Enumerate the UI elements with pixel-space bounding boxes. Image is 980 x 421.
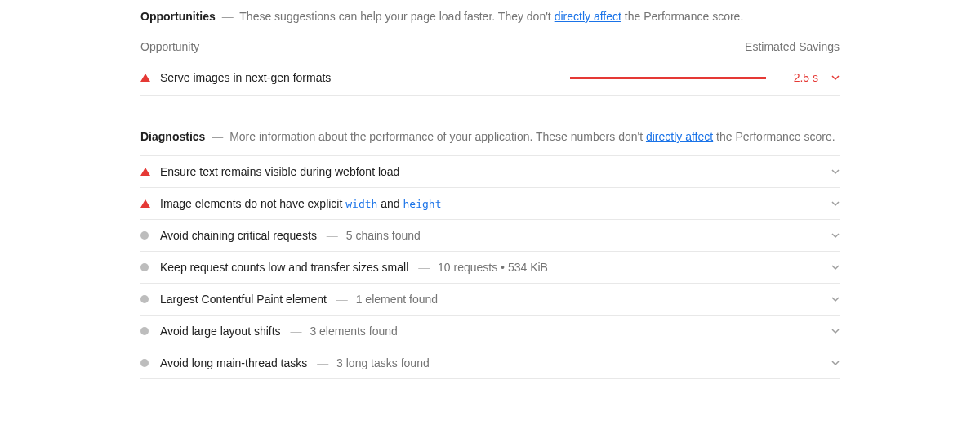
triangle-red-icon [140,168,150,176]
dash-separator: — [212,130,223,143]
dash-separator: — [327,229,338,242]
opportunities-directly-affect-link[interactable]: directly affect [555,10,621,23]
savings-bar [570,77,766,79]
chevron-down-icon [831,74,840,82]
diagnostics-title: Diagnostics [140,130,205,143]
opportunities-header: Opportunities — These suggestions can he… [140,8,840,25]
col-header-opportunity: Opportunity [140,40,199,53]
opportunities-desc-pre: These suggestions can help your page loa… [239,10,554,23]
savings-bar-wrap [570,77,766,79]
dash-separator: — [291,325,302,338]
code-width: width [345,198,377,210]
diagnostics-directly-affect-link[interactable]: directly affect [646,130,713,143]
diagnostic-title: Keep request counts low and transfer siz… [160,261,408,274]
diagnostic-row[interactable]: Avoid large layout shifts — 3 elements f… [140,316,840,347]
triangle-red-icon [140,199,150,208]
chevron-down-icon [831,327,840,335]
code-height: height [403,198,442,210]
diagnostic-row[interactable]: Avoid chaining critical requests — 5 cha… [140,220,840,252]
diagnostic-title: Largest Contentful Paint element [160,293,327,306]
opportunities-column-headers: Opportunity Estimated Savings [140,35,840,60]
diagnostics-desc-pre: More information about the performance o… [229,130,646,143]
chevron-down-icon [831,168,840,176]
diagnostic-title: Avoid large layout shifts [160,325,281,338]
diagnostic-detail: 3 long tasks found [336,356,430,369]
diagnostic-detail: 5 chains found [346,229,421,242]
diagnostic-title-pre: Image elements do not have explicit [160,197,345,210]
diagnostic-title: Avoid chaining critical requests [160,229,317,242]
diagnostic-row[interactable]: Ensure text remains visible during webfo… [140,156,840,188]
opportunity-row[interactable]: Serve images in next-gen formats 2.5 s [140,60,840,96]
diagnostic-row[interactable]: Image elements do not have explicit widt… [140,188,840,220]
savings-value: 2.5 s [771,71,818,84]
opportunities-desc-post: the Performance score. [621,10,743,23]
diagnostics-header: Diagnostics — More information about the… [140,128,840,146]
diagnostic-row[interactable]: Avoid long main-thread tasks — 3 long ta… [140,347,840,379]
dash-separator: — [222,10,234,23]
diagnostic-row[interactable]: Largest Contentful Paint element — 1 ele… [140,284,840,316]
chevron-down-icon [831,359,840,367]
opportunities-title: Opportunities [140,10,216,23]
diagnostic-detail: 3 elements found [310,325,397,338]
diagnostic-title: Ensure text remains visible during webfo… [160,165,399,178]
chevron-down-icon [831,231,840,240]
chevron-down-icon [831,263,840,271]
col-header-savings: Estimated Savings [745,40,840,53]
diagnostics-desc-post: the Performance score. [713,130,835,143]
diagnostic-row[interactable]: Keep request counts low and transfer siz… [140,252,840,284]
chevron-down-icon [831,199,840,208]
dot-gray-icon [140,263,149,271]
severity-icon-col [140,74,160,82]
dash-separator: — [317,356,328,369]
dot-gray-icon [140,295,149,303]
diagnostic-detail: 10 requests • 534 KiB [438,261,548,274]
dot-gray-icon [140,359,149,367]
opportunity-title: Serve images in next-gen formats [160,71,570,84]
diagnostic-detail: 1 element found [356,293,438,306]
diagnostic-title: Avoid long main-thread tasks [160,356,307,369]
dash-separator: — [336,293,348,306]
expand-chevron-col [823,74,840,82]
dash-separator: — [418,261,430,274]
diagnostic-title-mid: and [377,197,403,210]
chevron-down-icon [831,295,840,303]
dot-gray-icon [140,327,149,335]
triangle-red-icon [140,74,150,82]
dot-gray-icon [140,231,149,240]
